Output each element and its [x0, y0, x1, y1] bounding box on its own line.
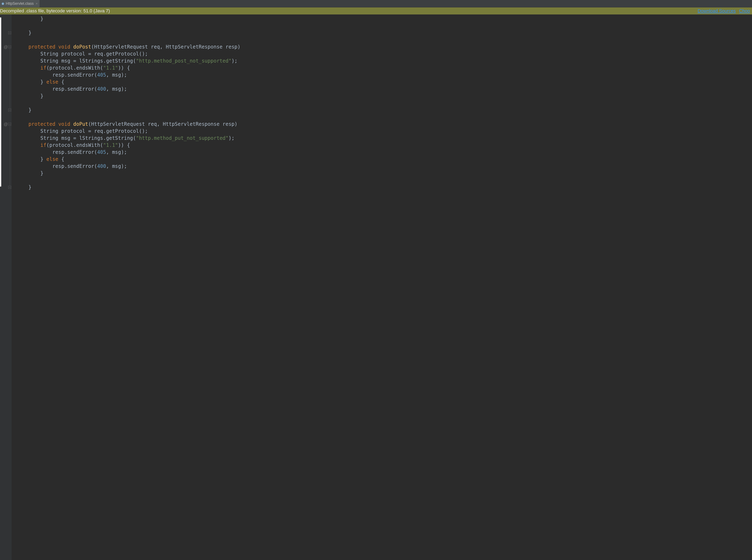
code-line[interactable]: } [17, 15, 752, 22]
code-line[interactable]: resp.sendError(400, msg); [17, 163, 752, 170]
code-line[interactable]: } else { [17, 78, 752, 85]
fold-close-icon[interactable]: − [8, 32, 11, 34]
code-line[interactable]: protected void doPut(HttpServletRequest … [17, 121, 752, 127]
fold-close-icon[interactable]: − [8, 186, 11, 189]
code-line[interactable] [17, 100, 752, 106]
code-line[interactable]: if(protocol.endsWith("1.1")) { [17, 64, 752, 72]
decompiled-banner: Decompiled .class file, bytecode version… [0, 7, 752, 15]
code-line[interactable]: } [17, 29, 752, 36]
code-line[interactable]: } [17, 106, 752, 114]
code-area[interactable]: } } protected void doPost(HttpServletReq… [12, 15, 752, 560]
fold-close-icon[interactable]: − [8, 108, 11, 112]
code-line[interactable]: } else { [17, 156, 752, 163]
fold-open-icon[interactable]: − [8, 123, 11, 125]
code-line[interactable]: String protocol = req.getProtocol(); [17, 51, 752, 57]
code-line[interactable] [17, 177, 752, 184]
close-icon[interactable]: × [36, 2, 38, 5]
code-line[interactable]: if(protocol.endsWith("1.1")) { [17, 142, 752, 149]
code-line[interactable] [17, 36, 752, 43]
java-class-icon: c [1, 2, 4, 5]
code-line[interactable]: } [17, 93, 752, 100]
code-line[interactable]: resp.sendError(400, msg); [17, 85, 752, 93]
code-line[interactable]: protected void doPost(HttpServletRequest… [17, 43, 752, 51]
code-line[interactable]: resp.sendError(405, msg); [17, 72, 752, 78]
editor-tab[interactable]: c HttpServlet.class × [0, 0, 40, 7]
banner-message: Decompiled .class file, bytecode version… [0, 8, 110, 14]
code-line[interactable] [17, 22, 752, 29]
code-line[interactable]: String msg = lStrings.getString("http.me… [17, 135, 752, 142]
download-sources-link[interactable]: Download Sources [698, 8, 736, 14]
code-line[interactable]: String protocol = req.getProtocol(); [17, 127, 752, 135]
code-line[interactable]: } [17, 184, 752, 191]
code-line[interactable]: resp.sendError(405, msg); [17, 149, 752, 156]
code-line[interactable]: String msg = lStrings.getString("http.me… [17, 57, 752, 64]
left-edge-strip [0, 17, 1, 187]
editor: −@−−@−− } } protected void doPost(HttpSe… [0, 15, 752, 560]
code-line[interactable]: } [17, 170, 752, 177]
svg-text:c: c [2, 3, 3, 5]
tab-bar: c HttpServlet.class × [0, 0, 752, 7]
fold-open-icon[interactable]: − [8, 45, 11, 48]
tab-filename: HttpServlet.class [6, 1, 34, 6]
choose-sources-link[interactable]: Choo [739, 8, 750, 14]
gutter[interactable]: −@−−@−− [0, 15, 12, 560]
code-line[interactable] [17, 114, 752, 121]
